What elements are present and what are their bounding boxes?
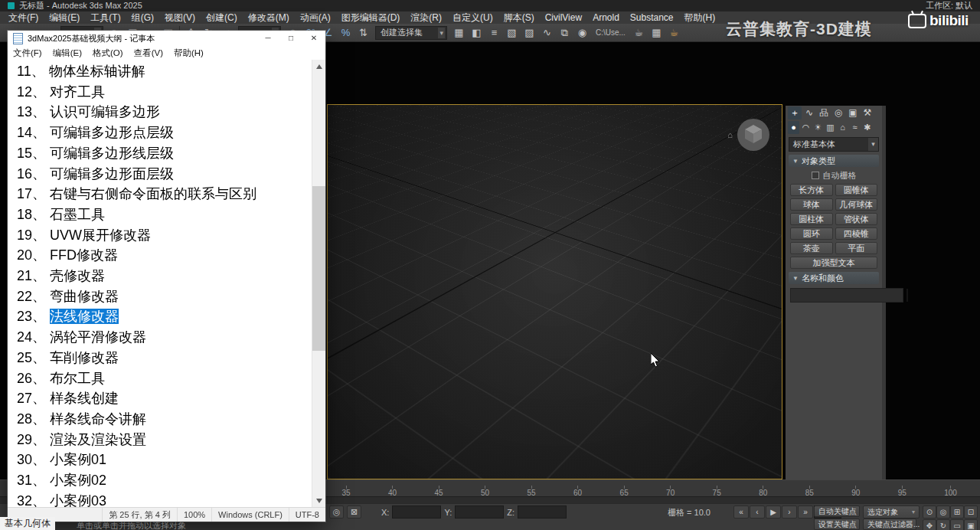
workspace-selector[interactable]: 工作区: 默认 <box>926 1 972 10</box>
primitive-category-dropdown[interactable]: 标准基本体 ▾ <box>789 137 879 152</box>
rendered-frame-window-icon[interactable]: ▦ <box>648 25 665 41</box>
mirror-icon[interactable]: ◧ <box>468 25 485 41</box>
scroll-down-icon[interactable] <box>312 494 325 507</box>
primitive-button[interactable]: 圆环 <box>790 227 833 240</box>
shapes-category-tab[interactable]: ◠ <box>800 121 812 134</box>
menu-item[interactable]: Arnold <box>587 12 625 23</box>
notepad-menu-item[interactable]: 编辑(E) <box>47 47 87 59</box>
named-selection-set-combo[interactable]: 创建选择集 ▾ <box>375 26 447 40</box>
perspective-viewport[interactable]: ⌂ <box>327 104 782 479</box>
cameras-category-tab[interactable]: ▥ <box>825 121 836 134</box>
pan-view-icon[interactable]: ✥ <box>923 519 936 530</box>
isolate-selection-toggle-icon[interactable]: ◎ <box>329 505 344 519</box>
schematic-view-icon[interactable]: ⧉ <box>556 25 573 41</box>
menu-item[interactable]: 创建(C) <box>201 11 243 25</box>
primitive-button[interactable]: 茶壶 <box>790 242 833 254</box>
curve-editor-icon[interactable]: ∿ <box>538 25 556 41</box>
notepad-menu-item[interactable]: 查看(V) <box>129 47 168 59</box>
menu-item[interactable]: CivilView <box>540 12 587 23</box>
rollout-name-color[interactable]: ▼ 名称和颜色 <box>789 272 879 284</box>
menu-item[interactable]: 脚本(S) <box>498 11 540 25</box>
rollout-object-type[interactable]: ▼ 对象类型 <box>789 155 879 167</box>
graphite-ribbon-icon[interactable]: ▨ <box>521 25 538 41</box>
coordinate-field[interactable] <box>392 505 441 519</box>
next-frame-button[interactable]: › <box>782 505 797 519</box>
auto-key-button[interactable]: 自动关键点 <box>814 505 860 517</box>
viewcube-cube-icon[interactable] <box>736 117 771 152</box>
primitive-button[interactable]: 圆锥体 <box>835 184 878 196</box>
material-editor-icon[interactable]: ◉ <box>573 25 591 41</box>
coordinate-field[interactable] <box>518 505 567 519</box>
notepad-scrollbar[interactable] <box>312 60 325 507</box>
selected-filter-dropdown[interactable]: 选定对象 ▾ <box>863 505 920 519</box>
primitive-button[interactable]: 球体 <box>790 198 833 211</box>
menu-item[interactable]: 修改器(M) <box>243 11 295 25</box>
minimize-button[interactable]: ─ <box>256 31 279 46</box>
space-warps-category-tab[interactable]: ≈ <box>849 121 861 134</box>
menu-item[interactable]: 视图(V) <box>159 11 201 25</box>
lights-category-tab[interactable]: ☀ <box>812 121 824 134</box>
menu-item[interactable]: 渲染(R) <box>405 11 447 25</box>
textplus-button[interactable]: 加强型文本 <box>790 257 877 269</box>
scroll-up-icon[interactable] <box>312 60 325 73</box>
set-key-button[interactable]: 设置关键点 <box>814 519 860 530</box>
scrollbar-thumb[interactable] <box>312 186 325 351</box>
close-button[interactable]: ✕ <box>302 31 325 46</box>
modify-tab[interactable]: ∿ <box>802 106 816 119</box>
primitive-button[interactable]: 管状体 <box>835 213 878 225</box>
notepad-menu-item[interactable]: 格式(O) <box>87 47 129 59</box>
menu-item[interactable]: 帮助(H) <box>679 11 721 25</box>
menu-item[interactable]: 组(G) <box>126 11 159 25</box>
play-button[interactable]: ▶ <box>766 505 781 519</box>
menu-item[interactable]: 编辑(E) <box>44 11 85 25</box>
autogrid-checkbox[interactable] <box>812 172 819 179</box>
viewcube-home-icon[interactable]: ⌂ <box>727 130 733 139</box>
selection-lock-toggle-icon[interactable]: ⊠ <box>347 505 361 519</box>
zoom-all-icon[interactable]: ◎ <box>936 505 950 519</box>
notepad-text-area[interactable]: 11、 物体坐标轴讲解 12、 对齐工具 13、 认识可编辑多边形 14、 可编… <box>8 60 312 507</box>
align-icon[interactable]: ≡ <box>485 25 503 41</box>
menu-item[interactable]: 动画(A) <box>295 11 336 25</box>
hierarchy-tab[interactable]: 品 <box>817 106 831 119</box>
geometry-category-tab[interactable]: ● <box>788 121 799 134</box>
orbit-icon[interactable]: ↻ <box>936 519 950 530</box>
layer-explorer-icon[interactable]: ▧ <box>503 25 521 41</box>
zoom-extents-all-icon[interactable]: ⊡ <box>964 505 978 519</box>
primitive-button[interactable]: 长方体 <box>790 184 833 196</box>
autogrid-toggle[interactable]: 自动栅格 <box>786 169 882 182</box>
notepad-titlebar[interactable]: 3dMax2025基础视频大纲 - 记事本 ─ □ ✕ <box>8 31 325 46</box>
previous-frame-button[interactable]: ‹ <box>750 505 765 519</box>
maximize-viewport-toggle-icon[interactable]: ▣ <box>964 519 978 530</box>
menu-item[interactable]: Substance <box>625 12 679 23</box>
notepad-menu-item[interactable]: 帮助(H) <box>168 47 209 59</box>
primitive-button[interactable]: 四棱锥 <box>835 227 878 240</box>
menu-item[interactable]: 文件(F) <box>3 11 44 25</box>
display-tab[interactable]: ▣ <box>846 106 860 119</box>
zoom-icon[interactable]: ⊙ <box>923 505 936 519</box>
object-name-field[interactable] <box>790 288 903 303</box>
create-tab[interactable]: ＋ <box>788 106 802 119</box>
spinner-snap-icon[interactable]: ⇅ <box>354 25 372 41</box>
object-color-swatch[interactable] <box>906 289 908 302</box>
menu-item[interactable]: 自定义(U) <box>447 11 498 25</box>
primitive-button[interactable]: 圆柱体 <box>790 213 833 225</box>
menu-item[interactable]: 工具(T) <box>85 11 126 25</box>
helpers-category-tab[interactable]: ⌂ <box>837 121 848 134</box>
maximize-button[interactable]: □ <box>279 31 302 46</box>
menu-item[interactable]: 图形编辑器(D) <box>336 11 406 25</box>
key-filters-button[interactable]: 关键点过滤器... <box>863 519 916 530</box>
go-to-end-button[interactable]: » <box>798 505 813 519</box>
go-to-start-button[interactable]: « <box>733 505 749 519</box>
notepad-menu-item[interactable]: 文件(F) <box>8 47 47 59</box>
coordinate-field[interactable] <box>455 505 504 519</box>
edit-named-selection-sets-icon[interactable]: ▦ <box>450 25 468 41</box>
field-of-view-icon[interactable]: ▭ <box>950 519 964 530</box>
percent-snap-icon[interactable]: % <box>337 25 354 41</box>
render-production-icon[interactable]: ☕ <box>665 25 683 41</box>
motion-tab[interactable]: ◎ <box>831 106 845 119</box>
primitive-button[interactable]: 平面 <box>835 242 878 254</box>
utilities-tab[interactable]: ⚒ <box>861 106 874 119</box>
zoom-extents-icon[interactable]: ⊞ <box>950 505 964 519</box>
primitive-button[interactable]: 几何球体 <box>835 198 878 211</box>
systems-category-tab[interactable]: ✱ <box>861 121 873 134</box>
